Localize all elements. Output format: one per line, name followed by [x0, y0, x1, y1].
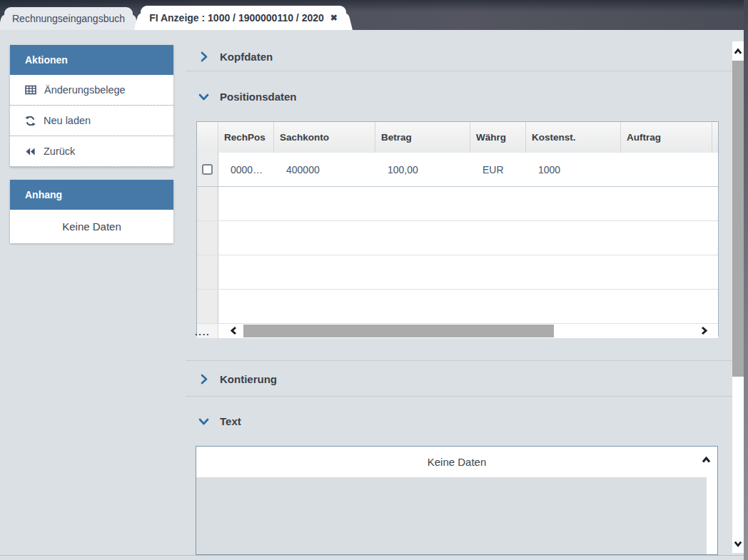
text-panel-header: Keine Daten [196, 447, 717, 477]
cell-auftrag [621, 153, 718, 186]
column-header-kostenst[interactable]: Kostenst. [526, 122, 621, 153]
section-divider [186, 71, 732, 71]
close-icon[interactable]: ✖ [330, 13, 338, 23]
scroll-up-icon[interactable] [701, 454, 712, 465]
table-empty-row [197, 255, 718, 290]
attachment-panel-title: Anhang [25, 189, 62, 200]
sidebar-item-label: Änderungsbelege [44, 84, 126, 96]
vertical-scroll-thumb[interactable] [732, 61, 744, 377]
cell-rechpos: 0000… [218, 153, 274, 186]
tab-label: FI Anzeige : 1000 / 1900000110 / 2020 [149, 12, 324, 24]
attachment-panel-header: Anhang [10, 180, 173, 210]
cell-sachkonto: 400000 [274, 153, 375, 186]
section-title: Kontierung [220, 373, 277, 385]
column-header-sliver [712, 122, 718, 153]
column-header-sachkonto[interactable]: Sachkonto [274, 122, 375, 153]
actions-panel-header: Aktionen [10, 45, 173, 75]
vertical-scrollbar[interactable] [732, 41, 744, 553]
section-divider [186, 396, 732, 397]
horizontal-scrollbar[interactable] [197, 324, 718, 338]
cell-waehrg: EUR [470, 153, 526, 186]
tab-label: Rechnungseingangsbuch [12, 13, 125, 24]
row-checkbox[interactable] [202, 164, 213, 175]
cell-kostenst: 1000 [526, 153, 621, 186]
scroll-right-icon[interactable] [699, 325, 709, 336]
chevron-down-icon [197, 414, 211, 428]
viewport-bottom-border [0, 555, 744, 556]
section-title: Text [220, 415, 241, 427]
cell-betrag: 100,00 [375, 153, 470, 186]
chevron-right-icon [197, 372, 211, 386]
column-header-rechpos[interactable]: RechPos [218, 122, 274, 153]
section-divider [186, 360, 732, 361]
chevron-right-icon [197, 50, 211, 63]
attachment-empty-text: Keine Daten [10, 210, 173, 243]
section-header-kontierung[interactable]: Kontierung [186, 365, 732, 392]
tab-fi-anzeige[interactable]: FI Anzeige : 1000 / 1900000110 / 2020 ✖ [141, 6, 346, 30]
sidebar-item-label: Neu laden [44, 115, 91, 126]
text-panel: Keine Daten [196, 446, 718, 555]
table-empty-row [197, 187, 718, 221]
text-empty-text: Keine Daten [428, 456, 487, 468]
select-all-header-cell [197, 122, 218, 153]
rewind-icon [25, 147, 36, 156]
horizontal-scroll-thumb[interactable] [243, 325, 554, 337]
refresh-icon [25, 116, 36, 126]
table-empty-row [197, 221, 718, 255]
table-resize-handle[interactable]: ···· [195, 332, 210, 337]
section-title: Positionsdaten [220, 91, 297, 103]
scroll-up-icon[interactable] [732, 41, 744, 61]
tab-bar: Rechnungseingangsbuch FI Anzeige : 1000 … [0, 0, 748, 30]
text-panel-scroll-track[interactable] [707, 477, 717, 554]
sidebar-item-label: Zurück [44, 146, 75, 157]
column-header-betrag[interactable]: Betrag [375, 122, 470, 153]
scroll-down-icon[interactable] [732, 536, 744, 551]
sidebar-item-aenderungsbelege[interactable]: Änderungsbelege [10, 75, 173, 106]
column-header-waehrg[interactable]: Währg [470, 122, 526, 153]
column-header-auftrag[interactable]: Auftrag [621, 122, 712, 153]
actions-panel-title: Aktionen [25, 54, 68, 66]
positions-table: RechPos Sachkonto Betrag Währg Kostenst.… [196, 121, 719, 336]
tab-rechnungseingangsbuch[interactable]: Rechnungseingangsbuch [4, 7, 133, 30]
table-row[interactable]: 0000… 400000 100,00 EUR 1000 [197, 153, 718, 187]
scroll-left-icon[interactable] [228, 325, 239, 336]
table-icon [25, 85, 36, 95]
actions-panel: Aktionen Änderungsbelege Neu laden [10, 45, 173, 167]
text-panel-content [196, 477, 707, 554]
row-select-cell [197, 153, 218, 186]
section-header-positionsdaten[interactable]: Positionsdaten [186, 83, 732, 110]
sidebar-item-zurueck[interactable]: Zurück [10, 136, 173, 167]
section-title: Kopfdaten [220, 51, 273, 63]
table-header-row: RechPos Sachkonto Betrag Währg Kostenst.… [197, 122, 718, 153]
section-header-text[interactable]: Text [186, 407, 732, 434]
table-empty-row [197, 290, 718, 324]
window-edge [744, 0, 748, 560]
sidebar-item-neu-laden[interactable]: Neu laden [10, 106, 173, 136]
attachment-panel: Anhang Keine Daten [10, 180, 173, 243]
chevron-down-icon [197, 90, 211, 103]
section-header-kopfdaten[interactable]: Kopfdaten [186, 43, 732, 70]
